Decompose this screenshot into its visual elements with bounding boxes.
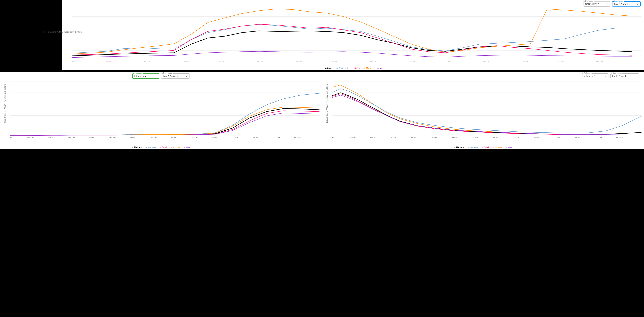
legend-south: ↔ South	[351, 67, 360, 69]
svg-text:06/13/24: 06/13/24	[219, 61, 226, 62]
top-chart-container: Pathogen SARS-CoV-2 ▼ Date range Last 12…	[62, 0, 644, 70]
svg-text:11/26/24: 11/26/24	[483, 61, 490, 62]
svg-text:11/03/24: 11/03/24	[445, 61, 453, 62]
pathogen-label: Pathogen	[585, 0, 594, 2]
br-dropdown-arrow: ▼	[604, 75, 606, 77]
svg-text:09/18/24: 09/18/24	[171, 137, 178, 138]
svg-text:02/11/25: 02/11/25	[294, 137, 301, 138]
date-range-value: Last 12 months	[614, 3, 630, 5]
bl-date-range-value: Last 12 months	[163, 75, 179, 77]
svg-text:11/26/24: 11/26/24	[232, 137, 239, 138]
svg-text:12/19/24: 12/19/24	[575, 137, 582, 138]
svg-text:07/31/24: 07/31/24	[130, 137, 136, 138]
bl-pathogen-label: Pathogen	[134, 72, 143, 74]
date-range-label: Date range	[614, 0, 624, 2]
svg-text:08/24/24: 08/24/24	[472, 137, 479, 138]
pathogen-dropdown-arrow: ▼	[606, 3, 608, 5]
bottom-right-chart: Pathogen Influenza B ▼ Date range Last 1…	[322, 72, 644, 149]
northeast-line	[72, 25, 632, 53]
svg-text:07/07/24: 07/07/24	[257, 61, 264, 62]
br-date-range-value: Last 12 months	[612, 75, 628, 77]
br-date-range-label: Date range	[612, 72, 622, 74]
br-date-range-arrow: ▼	[635, 75, 637, 77]
bl-date-range-label: Date range	[163, 72, 173, 74]
bl-pathogen-value: Influenza A	[134, 75, 146, 78]
svg-text:01/11/25: 01/11/25	[558, 61, 566, 62]
svg-text:06/13/24: 06/13/24	[89, 137, 96, 138]
legend-west: ↔ West	[377, 67, 384, 69]
svg-text:11/26/24: 11/26/24	[554, 137, 561, 138]
date-range-dropdown-arrow: ▼	[636, 3, 638, 5]
pathogen-value: SARS-CoV-2	[585, 3, 599, 5]
br-pathogen-label: Pathogen	[583, 72, 592, 74]
br-chart-svg: 0 40 80 120 160 03/05/24 03/30/24 04/24/…	[332, 81, 642, 138]
svg-text:10/11/24: 10/11/24	[408, 61, 415, 62]
svg-text:08/24/24: 08/24/24	[150, 137, 157, 138]
bottom-left-chart: Pathogen Influenza A ▼ Date range Last 1…	[0, 72, 322, 149]
svg-text:03/05/24: 03/05/24	[10, 137, 14, 138]
svg-text:03/05/24: 03/05/24	[72, 61, 76, 62]
pathogen-control[interactable]: Pathogen SARS-CoV-2 ▼	[583, 1, 610, 6]
top-legend: ↔ National ↔ Northeast ↔ South ↔ Midwest…	[322, 67, 385, 69]
svg-text:09/18/24: 09/18/24	[493, 137, 500, 138]
svg-text:08/24/24: 08/24/24	[332, 61, 340, 62]
svg-text:03/30/24: 03/30/24	[27, 137, 34, 138]
br-pathogen-control[interactable]: Pathogen Influenza B ▼	[582, 73, 608, 78]
svg-text:11/03/24: 11/03/24	[212, 137, 218, 138]
svg-text:05/19/24: 05/19/24	[68, 137, 75, 138]
svg-text:05/19/24: 05/19/24	[182, 61, 189, 62]
bottom-left-controls: Pathogen Influenza A ▼ Date range Last 1…	[132, 73, 190, 79]
bl-date-range-arrow: ▼	[186, 75, 188, 77]
bl-y-axis-label: Ratio of virus to PMMoV (multiplied by 1…	[1, 79, 9, 129]
svg-text:12/19/24: 12/19/24	[253, 137, 260, 138]
svg-text:07/31/24: 07/31/24	[294, 61, 302, 62]
svg-text:03/30/24: 03/30/24	[106, 61, 114, 62]
bl-legend: ↔ National ↔ Northeast ↔ South ↔ Midwest…	[132, 146, 190, 149]
bottom-right-controls: Pathogen Influenza B ▼ Date range Last 1…	[582, 73, 639, 78]
svg-text:02/11/25: 02/11/25	[616, 137, 623, 138]
west-line	[72, 51, 632, 57]
top-chart-svg: 0 350 700 1050 1400 03/05/24 03/30/24 04…	[72, 5, 641, 62]
bl-chart-svg: 0 250 500 750 1000 03/05/24 03/30/24 04/…	[10, 81, 320, 138]
bl-pathogen-control[interactable]: Pathogen Influenza A ▼	[132, 73, 159, 79]
svg-text:06/13/24: 06/13/24	[411, 137, 418, 138]
svg-text:01/11/25: 01/11/25	[273, 137, 280, 138]
legend-national: ↔ National	[322, 67, 332, 69]
legend-midwest: ↔ Midwest	[363, 67, 374, 69]
svg-text:10/11/24: 10/11/24	[191, 137, 198, 138]
svg-text:04/24/24: 04/24/24	[48, 137, 54, 138]
svg-text:03/05/24: 03/05/24	[332, 137, 336, 138]
date-range-control[interactable]: Date range Last 12 months ▼	[612, 1, 641, 6]
svg-text:07/31/24: 07/31/24	[452, 137, 459, 138]
top-controls: Pathogen SARS-CoV-2 ▼ Date range Last 12…	[583, 1, 641, 6]
svg-text:07/07/24: 07/07/24	[109, 137, 116, 138]
svg-text:09/18/24: 09/18/24	[370, 61, 377, 62]
bl-date-range-control[interactable]: Date range Last 12 months ▼	[161, 73, 190, 79]
br-date-range-control[interactable]: Date range Last 12 months ▼	[610, 73, 639, 78]
svg-text:04/24/24: 04/24/24	[144, 61, 151, 62]
br-legend: ↔ National ↔ Northeast ↔ South ↔ Midwest…	[454, 146, 512, 149]
svg-text:07/07/24: 07/07/24	[431, 137, 438, 138]
br-y-axis-label: Ratio of virus to PMMoV (multiplied by 1…	[323, 79, 331, 129]
br-pathogen-value: Influenza B	[584, 75, 595, 77]
svg-text:04/24/24: 04/24/24	[370, 137, 377, 138]
svg-text:10/11/24: 10/11/24	[513, 137, 520, 138]
legend-northeast: ↔ Northeast	[336, 67, 348, 69]
svg-text:05/19/24: 05/19/24	[390, 137, 397, 138]
svg-text:01/11/25: 01/11/25	[595, 137, 602, 138]
svg-text:02/11/25: 02/11/25	[596, 61, 603, 62]
svg-text:03/30/24: 03/30/24	[349, 137, 356, 138]
svg-text:12/19/24: 12/19/24	[520, 61, 528, 62]
bl-dropdown-arrow: ▼	[155, 75, 157, 77]
svg-text:11/03/24: 11/03/24	[534, 137, 541, 138]
